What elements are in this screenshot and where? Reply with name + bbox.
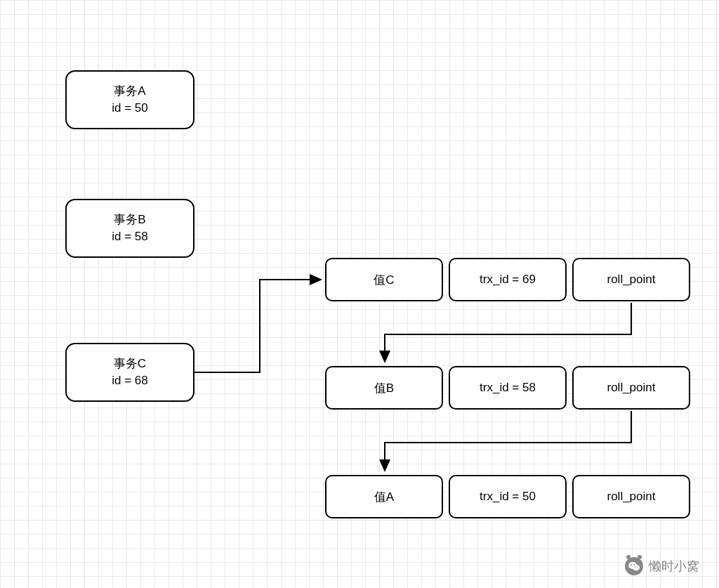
row2-roll: roll_point [607,381,656,395]
transaction-b-node: 事务B id = 58 [65,199,194,258]
transaction-a-title: 事务A [114,83,145,100]
transaction-c-title: 事务C [114,355,146,372]
svg-point-6 [637,567,638,568]
row2-trx-cell: trx_id = 58 [449,366,567,410]
row1-roll-cell: roll_point [572,258,690,301]
version-row-3: 值A trx_id = 50 roll_point [325,475,690,518]
row2-value-cell: 值B [325,366,443,410]
wechat-icon [625,557,643,575]
transaction-c-id: id = 68 [112,372,148,389]
svg-point-5 [635,567,635,568]
row3-roll-cell: roll_point [572,475,690,518]
row3-value-cell: 值A [325,475,443,518]
watermark: 懒时小窝 [625,557,699,575]
row2-roll-cell: roll_point [572,366,690,410]
row3-trx: trx_id = 50 [480,490,536,504]
row1-value: 值C [374,272,394,288]
row3-trx-cell: trx_id = 50 [449,475,567,518]
svg-point-3 [631,564,632,566]
row1-roll: roll_point [607,273,656,287]
row1-trx-cell: trx_id = 69 [449,258,567,301]
transaction-b-id: id = 58 [112,228,148,245]
row3-roll: roll_point [607,490,656,504]
transaction-c-node: 事务C id = 68 [65,343,194,402]
watermark-text: 懒时小窝 [649,558,699,575]
transaction-b-title: 事务B [114,211,145,228]
row3-value: 值A [374,489,394,505]
arrow-txc-to-row1 [194,280,321,372]
arrow-row2-to-row3 [385,411,631,471]
version-row-1: 值C trx_id = 69 roll_point [325,258,690,301]
row2-trx: trx_id = 58 [480,381,536,395]
svg-point-4 [633,564,635,566]
arrow-row1-to-row2 [385,303,631,362]
row2-value: 值B [374,380,394,396]
svg-point-2 [633,565,640,570]
row1-trx: trx_id = 69 [480,273,536,287]
transaction-a-node: 事务A id = 50 [65,70,194,129]
row1-value-cell: 值C [325,258,443,301]
transaction-a-id: id = 50 [112,100,148,117]
version-row-2: 值B trx_id = 58 roll_point [325,366,690,410]
